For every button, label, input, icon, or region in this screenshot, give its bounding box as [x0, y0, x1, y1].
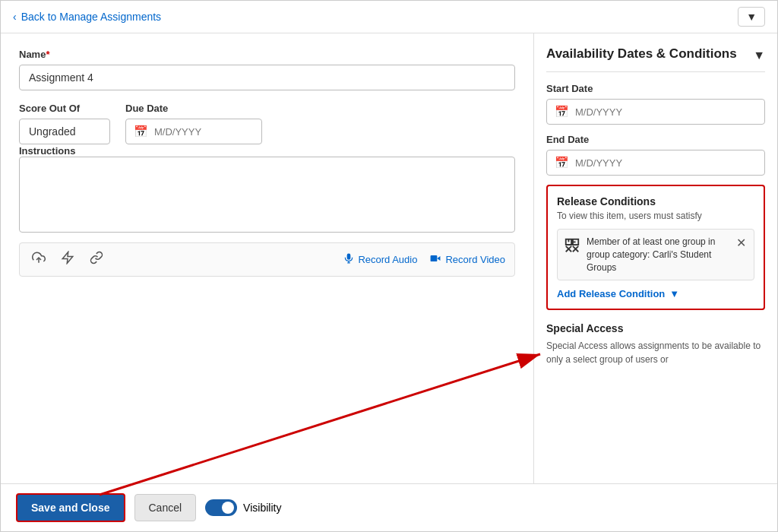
chevron-down-icon: ▼ [746, 11, 757, 23]
end-date-input[interactable] [575, 157, 757, 169]
right-panel: Availability Dates & Conditions ▼ Start … [534, 33, 777, 483]
add-release-condition-label: Add Release Condition [557, 288, 665, 299]
end-date-input-wrap[interactable]: 📅 [546, 150, 765, 176]
due-date-input[interactable] [154, 126, 254, 138]
start-date-input[interactable] [575, 106, 757, 118]
top-bar-right: ▼ [738, 7, 765, 27]
section-divider [546, 71, 765, 72]
due-date-label: Due Date [125, 103, 262, 114]
end-calendar-icon: 📅 [555, 156, 569, 169]
required-star: * [46, 49, 49, 60]
due-date-group: Due Date 📅 [125, 103, 262, 144]
score-label: Score Out Of [19, 103, 110, 114]
video-icon [429, 253, 441, 266]
record-video-button[interactable]: Record Video [429, 253, 505, 266]
top-bar: ‹ Back to Manage Assignments ▼ [1, 1, 777, 33]
link-icon-button[interactable] [87, 249, 106, 270]
name-label: Name* [19, 49, 515, 60]
add-release-condition-button[interactable]: Add Release Condition ▼ [557, 288, 679, 299]
lightning-icon-button[interactable] [58, 249, 77, 270]
name-field-group: Name* [19, 49, 515, 90]
name-input[interactable] [19, 65, 515, 90]
add-condition-chevron-icon: ▼ [669, 288, 679, 299]
editor-toolbar: Record Audio Record Video [19, 242, 515, 277]
condition-text: Member of at least one group in group ca… [587, 236, 729, 274]
microphone-icon [343, 253, 354, 266]
start-calendar-icon: 📅 [555, 105, 569, 119]
special-access-section: Special Access Special Access allows ass… [546, 322, 765, 366]
release-conditions-subtitle: To view this item, users must satisfy [557, 211, 754, 221]
special-access-description: Special Access allows assignments to be … [546, 339, 765, 366]
link-icon [90, 251, 103, 268]
svg-rect-2 [431, 255, 438, 261]
page-container: ‹ Back to Manage Assignments ▼ Name* Sco… [0, 0, 778, 532]
upload-icon [32, 251, 46, 268]
save-close-button[interactable]: Save and Close [16, 493, 125, 522]
start-date-input-wrap[interactable]: 📅 [546, 99, 765, 125]
top-dropdown-button[interactable]: ▼ [738, 7, 765, 27]
due-date-input-wrap[interactable]: 📅 [125, 119, 262, 144]
visibility-toggle[interactable] [205, 499, 237, 516]
lightning-icon [61, 251, 74, 268]
visibility-label: Visibility [243, 502, 281, 514]
release-conditions-title: Release Conditions [557, 195, 754, 207]
record-video-label: Record Video [445, 254, 505, 265]
visibility-wrap: Visibility [205, 499, 281, 516]
score-due-row: Score Out Of Due Date 📅 [19, 103, 515, 144]
condition-remove-button[interactable]: ✕ [735, 236, 748, 250]
bottom-bar: Save and Close Cancel Visibility [1, 483, 777, 531]
record-audio-label: Record Audio [358, 254, 417, 265]
record-audio-button[interactable]: Record Audio [343, 253, 417, 266]
instructions-textarea[interactable] [19, 157, 515, 233]
calendar-icon: 📅 [134, 125, 148, 138]
end-date-group: End Date 📅 [546, 134, 765, 176]
special-access-title: Special Access [546, 322, 765, 334]
start-date-label: Start Date [546, 83, 765, 94]
toolbar-right: Record Audio Record Video [343, 253, 505, 266]
toolbar-left [29, 249, 106, 270]
score-group: Score Out Of [19, 103, 110, 144]
left-panel: Name* Score Out Of Due Date 📅 [1, 33, 534, 483]
availability-section-header: Availability Dates & Conditions ▼ [546, 46, 765, 62]
cancel-button[interactable]: Cancel [134, 494, 197, 521]
availability-chevron-icon[interactable]: ▼ [753, 49, 765, 62]
release-conditions-box: Release Conditions To view this item, us… [546, 185, 765, 310]
instructions-group: Instructions [19, 144, 515, 235]
upload-icon-button[interactable] [29, 249, 49, 270]
instructions-label: Instructions [19, 145, 75, 157]
end-date-label: End Date [546, 134, 765, 145]
back-link-label: Back to Manage Assignments [21, 11, 161, 23]
condition-item: Member of at least one group in group ca… [557, 229, 754, 280]
svg-marker-1 [62, 252, 73, 264]
score-input[interactable] [19, 119, 110, 144]
back-link[interactable]: ‹ Back to Manage Assignments [13, 11, 161, 23]
main-layout: Name* Score Out Of Due Date 📅 [1, 33, 777, 483]
availability-section-title: Availability Dates & Conditions [546, 46, 737, 62]
start-date-group: Start Date 📅 [546, 83, 765, 125]
back-arrow-icon: ‹ [13, 11, 17, 23]
condition-group-icon [564, 237, 580, 258]
toggle-slider [205, 499, 237, 516]
